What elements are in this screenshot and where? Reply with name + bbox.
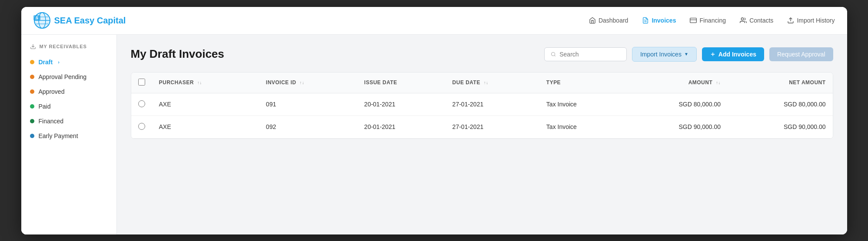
sort-invoice-icon[interactable]: ↑↓ [299,80,304,85]
sidebar-item-financed[interactable]: Financed [21,114,116,129]
dot-financed [30,119,34,123]
svg-line-16 [554,55,555,56]
table-row: AXE 091 20-01-2021 27-01-2021 Tax Invoic… [131,93,833,116]
search-box[interactable] [544,47,627,61]
table-row: AXE 092 20-01-2021 27-01-2021 Tax Invoic… [131,116,833,138]
th-due-date: DUE DATE ↑↓ [446,73,539,93]
dot-approval [30,75,34,79]
search-icon [551,51,556,57]
dot-approved [30,89,34,94]
dot-draft [30,60,34,64]
dot-paid [30,104,34,109]
td-due-date-2: 27-01-2021 [446,116,539,138]
td-net-amount-2: SGD 90,000.00 [728,116,832,138]
row-radio-1[interactable] [138,100,145,107]
select-all-checkbox[interactable] [138,79,145,86]
nav-links: Dashboard Invoices Financing Contacts Im… [589,17,835,24]
svg-point-12 [741,18,743,20]
users-icon [740,17,747,24]
main-content: My Draft Invoices Import Invoices ▼ Add … [117,35,847,234]
td-radio-1 [131,93,152,116]
chevron-down-icon: ▼ [684,52,688,56]
th-issue-date: ISSUE DATE [357,73,446,93]
nav-link-financing[interactable]: Financing [690,17,726,24]
td-amount-1: SGD 80,000.00 [623,93,728,116]
page-title: My Draft Invoices [131,47,224,61]
sort-due-date-icon[interactable]: ↑↓ [484,80,489,85]
td-purchaser-1: AXE [152,93,259,116]
header-actions: Import Invoices ▼ Add Invoices Request A… [544,47,833,62]
th-type: TYPE [539,73,623,93]
credit-card-icon [690,17,697,24]
content-header: My Draft Invoices Import Invoices ▼ Add … [131,47,833,62]
td-issue-date-1: 20-01-2021 [357,93,446,116]
th-purchaser: PURCHASER ↑↓ [152,73,259,93]
td-type-1: Tax Invoice [539,93,623,116]
td-due-date-1: 27-01-2021 [446,93,539,116]
receivables-icon [30,43,36,50]
sidebar-item-paid[interactable]: Paid [21,99,116,114]
logo-area: S SEA Easy Capital [33,12,126,29]
logo-icon: S [33,12,51,29]
sidebar: MY RECEIVABLES Draft › Approval Pending … [21,35,117,234]
nav-link-dashboard[interactable]: Dashboard [589,17,629,24]
sidebar-item-approval-pending[interactable]: Approval Pending [21,69,116,84]
add-invoices-button[interactable]: Add Invoices [702,47,764,61]
td-type-2: Tax Invoice [539,116,623,138]
invoice-table-container: PURCHASER ↑↓ INVOICE ID ↑↓ ISSUE DATE [131,72,833,139]
sidebar-item-approved[interactable]: Approved [21,84,116,99]
home-icon [589,17,596,24]
app-window: S SEA Easy Capital Dashboard Invoices Fi… [21,7,847,234]
td-purchaser-2: AXE [152,116,259,138]
plus-icon [710,51,716,57]
th-invoice-id: INVOICE ID ↑↓ [259,73,357,93]
nav-link-invoices[interactable]: Invoices [642,17,676,24]
th-net-amount: NET AMOUNT [728,73,832,93]
svg-point-15 [552,52,555,56]
th-select-all [131,73,152,93]
td-amount-2: SGD 90,000.00 [623,116,728,138]
nav-link-contacts[interactable]: Contacts [740,17,773,24]
svg-text:S: S [35,16,38,20]
invoice-table: PURCHASER ↑↓ INVOICE ID ↑↓ ISSUE DATE [131,73,833,139]
file-icon [642,17,649,24]
sidebar-item-draft[interactable]: Draft › [21,55,116,69]
sort-amount-icon[interactable]: ↑↓ [716,80,721,85]
main-layout: MY RECEIVABLES Draft › Approval Pending … [21,35,847,234]
table-body: AXE 091 20-01-2021 27-01-2021 Tax Invoic… [131,93,833,138]
td-invoice-id-1: 091 [259,93,357,116]
svg-rect-10 [690,18,697,23]
import-invoices-button[interactable]: Import Invoices ▼ [632,47,697,62]
td-radio-2 [131,116,152,138]
td-invoice-id-2: 092 [259,116,357,138]
nav-link-import-history[interactable]: Import History [787,17,835,24]
logo-text: SEA Easy Capital [54,16,126,26]
table-header: PURCHASER ↑↓ INVOICE ID ↑↓ ISSUE DATE [131,73,833,93]
search-input[interactable] [559,51,620,58]
top-nav: S SEA Easy Capital Dashboard Invoices Fi… [21,7,847,35]
chevron-draft: › [58,59,60,65]
sort-purchaser-icon[interactable]: ↑↓ [197,80,202,85]
td-net-amount-1: SGD 80,000.00 [728,93,832,116]
sidebar-section-title: MY RECEIVABLES [21,43,116,55]
row-radio-2[interactable] [138,123,145,130]
sidebar-item-early-payment[interactable]: Early Payment [21,129,116,143]
td-issue-date-2: 20-01-2021 [357,116,446,138]
upload-icon [787,17,794,24]
th-amount: AMOUNT ↑↓ [623,73,728,93]
request-approval-button[interactable]: Request Approval [769,47,833,61]
dot-early [30,134,34,138]
